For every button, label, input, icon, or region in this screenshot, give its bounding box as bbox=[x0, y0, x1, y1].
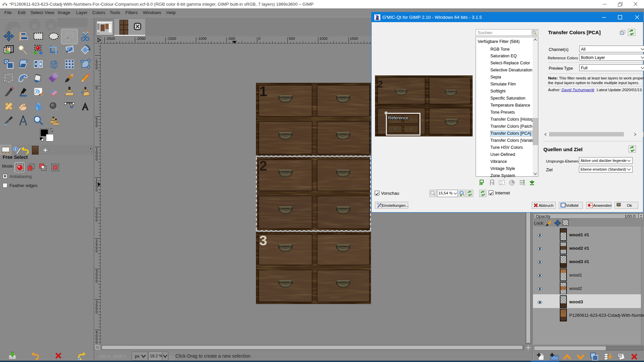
svg-text:Reference: Reference bbox=[388, 115, 408, 120]
svg-text:2: 2 bbox=[377, 78, 383, 89]
svg-text:Def: Def bbox=[500, 183, 503, 185]
svg-text:3: 3 bbox=[259, 233, 267, 248]
svg-text:i: i bbox=[15, 147, 16, 151]
svg-text:2: 2 bbox=[259, 158, 267, 174]
svg-text:1: 1 bbox=[259, 83, 267, 99]
